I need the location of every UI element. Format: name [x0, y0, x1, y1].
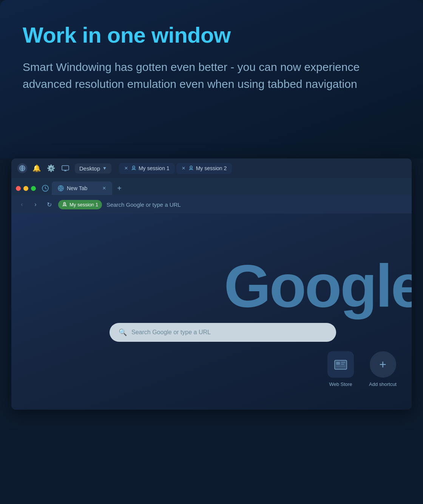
webstore-label: Web Store: [329, 381, 352, 387]
new-tab-label: New Tab: [67, 185, 87, 191]
tab-favicon-icon: [58, 185, 64, 191]
svg-rect-14: [341, 364, 344, 365]
chevron-down-icon: ▼: [102, 166, 107, 171]
webstore-icon: [327, 351, 354, 378]
google-logo: Google: [224, 251, 412, 321]
gear-icon[interactable]: ⚙️: [46, 163, 56, 173]
tab-close-2-icon[interactable]: ✕: [182, 166, 185, 171]
session-badge: My session 1: [58, 200, 102, 209]
browser-tab-newtab[interactable]: New Tab ✕: [52, 181, 112, 195]
browser-chrome: 🔔 ⚙️ Desktop ▼ ✕: [11, 158, 412, 410]
tab-x-icon[interactable]: ✕: [102, 186, 106, 191]
shortcuts-row: Web Store + Add shortcut: [327, 351, 397, 387]
window-controls: [16, 186, 36, 191]
session-badge-icon: [62, 201, 67, 208]
search-bar[interactable]: 🔍 Search Google or type a URL: [110, 323, 336, 342]
screen-icon[interactable]: [60, 163, 70, 173]
session2-icon: [188, 165, 194, 172]
close-button[interactable]: [16, 186, 21, 191]
back-button[interactable]: ‹: [17, 200, 26, 209]
session1-icon: [131, 165, 136, 172]
session-tab-2-label: My session 2: [196, 165, 227, 171]
add-shortcut-icon: +: [370, 351, 396, 378]
search-bar-container: 🔍 Search Google or type a URL: [11, 323, 412, 342]
desktop-label: Desktop: [79, 165, 100, 172]
maximize-button[interactable]: [31, 186, 36, 191]
hero-subtitle: Smart Windowing has gotten even better -…: [23, 58, 370, 92]
tab-close-icon[interactable]: ✕: [124, 166, 128, 171]
add-shortcut-label: Add shortcut: [369, 381, 397, 387]
clock-icon: [41, 184, 49, 192]
forward-button[interactable]: ›: [31, 200, 40, 209]
browser-content: Google 🔍 Search Google or type a URL: [11, 214, 412, 410]
session-tab-1[interactable]: ✕ My session 1: [119, 163, 175, 174]
session-badge-label: My session 1: [69, 202, 98, 207]
os-globe-icon: [17, 163, 27, 173]
session-tabs-area: ✕ My session 1 ✕: [119, 163, 406, 174]
desktop-pill[interactable]: Desktop ▼: [75, 163, 111, 174]
svg-rect-12: [336, 362, 340, 365]
hero-title: Work in one window: [23, 23, 400, 48]
reload-button[interactable]: ↻: [45, 200, 54, 209]
bell-icon[interactable]: 🔔: [32, 163, 42, 173]
add-shortcut[interactable]: + Add shortcut: [369, 351, 397, 387]
os-bar: 🔔 ⚙️ Desktop ▼ ✕: [11, 158, 412, 178]
tab-bar: New Tab ✕ +: [11, 178, 412, 195]
svg-rect-10: [335, 360, 347, 369]
search-icon: 🔍: [119, 328, 127, 337]
new-tab-button[interactable]: +: [114, 183, 125, 194]
session-tab-1-label: My session 1: [139, 165, 170, 171]
minimize-button[interactable]: [23, 186, 28, 191]
hero-section: Work in one window Smart Windowing has g…: [0, 0, 423, 158]
session-tab-2[interactable]: ✕ My session 2: [176, 163, 232, 174]
search-bar-placeholder: Search Google or type a URL: [131, 329, 211, 336]
address-placeholder[interactable]: Search Google or type a URL: [107, 201, 406, 208]
svg-rect-13: [341, 362, 345, 363]
address-bar: ‹ › ↻ My session 1 Search Google or type…: [11, 195, 412, 214]
plus-icon: +: [379, 358, 386, 370]
webstore-shortcut[interactable]: Web Store: [327, 351, 354, 387]
svg-rect-1: [62, 166, 69, 170]
